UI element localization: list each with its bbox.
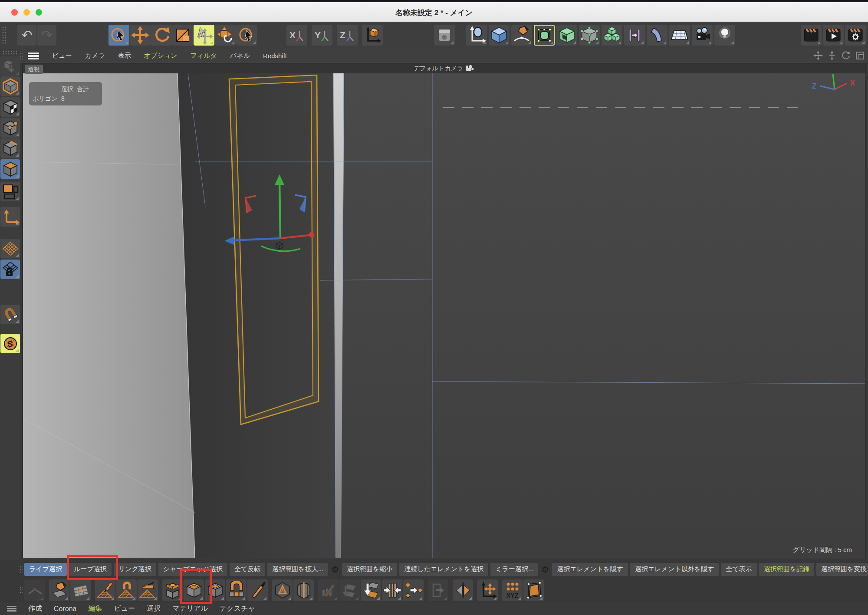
snap-enable-button[interactable] — [0, 305, 20, 324]
y-axis-lock[interactable]: Y — [312, 25, 332, 46]
matrix-extrude-tool[interactable] — [205, 579, 225, 601]
enable-axis-button[interactable] — [0, 207, 20, 227]
menu-select[interactable]: 選択 — [147, 604, 161, 613]
menu-texture[interactable]: テクスチャ — [220, 604, 255, 613]
toolbar-grip[interactable] — [2, 26, 7, 45]
grow-selection-button[interactable]: 選択範囲を拡大... — [267, 563, 328, 576]
rotate-view-icon[interactable] — [841, 51, 851, 60]
undo-button[interactable]: ↶ — [17, 25, 36, 46]
edge-mode-button[interactable] — [0, 138, 20, 158]
menu-options[interactable]: オプション — [144, 52, 178, 60]
tweak-tool-active[interactable] — [194, 25, 214, 46]
menu-create[interactable]: 作成 — [28, 604, 42, 613]
spline-pen-button[interactable] — [511, 25, 532, 46]
edge-cut-tool[interactable] — [293, 579, 314, 601]
coordinate-system-tool[interactable] — [362, 25, 383, 46]
move-tool[interactable] — [130, 25, 151, 46]
render-view-button[interactable] — [434, 25, 455, 46]
poke-polygon-tool[interactable] — [272, 579, 293, 601]
brush-tool[interactable] — [95, 579, 115, 601]
create-point-tool[interactable] — [24, 579, 45, 601]
z-axis-lock[interactable]: Z — [337, 25, 358, 46]
render-to-picture-viewer-button[interactable] — [801, 25, 822, 46]
simulation-tool[interactable] — [215, 25, 236, 46]
iron-tool[interactable] — [138, 579, 158, 601]
pan-view-icon[interactable] — [813, 51, 823, 60]
stitch-and-sew-tool[interactable] — [382, 579, 402, 601]
gear-icon[interactable]: ⚙ — [331, 564, 339, 575]
menu-redshift[interactable]: Redshift — [263, 52, 287, 59]
light-button[interactable] — [714, 25, 735, 46]
subdivision-surface-button[interactable] — [534, 25, 555, 46]
plane-cut-tool[interactable] — [339, 579, 360, 601]
magnet-tool[interactable] — [116, 579, 137, 601]
unhide-all-button[interactable]: 全て表示 — [721, 563, 756, 576]
viewport[interactable]: Y X Z デフォルトカメラ 透視 選択合計 ポリゴン8 グリッド間隔 : 5 … — [23, 63, 865, 558]
knife-tool[interactable] — [247, 579, 268, 601]
menu-panel[interactable]: パネル — [230, 52, 250, 60]
ring-selection-button[interactable]: リング選択 — [114, 563, 156, 576]
set-selection-button[interactable]: 選択範囲を記録 — [759, 563, 814, 576]
scale-tool[interactable] — [172, 25, 193, 46]
mirror-tool[interactable] — [453, 579, 473, 601]
array-clones-button[interactable] — [602, 25, 622, 46]
spline-primitives-button[interactable] — [466, 25, 487, 46]
live-selection-tool[interactable] — [108, 25, 129, 46]
camera-button[interactable] — [692, 25, 713, 46]
lock-workplane-button[interactable] — [0, 260, 20, 279]
camera-label-row[interactable]: デフォルトカメラ — [23, 65, 865, 72]
line-cut-tool[interactable] — [318, 579, 339, 601]
bridge-tool[interactable] — [226, 579, 247, 601]
texture-mode-button[interactable] — [0, 97, 20, 117]
workplane-mode-button[interactable] — [0, 239, 20, 258]
hide-selected-button[interactable]: 選択エレメントを隠す — [552, 563, 628, 576]
axis-transform-tool[interactable] — [477, 579, 498, 601]
make-editable-button[interactable] — [0, 56, 20, 76]
hide-unselected-button[interactable]: 選択エレメント以外を隠す — [630, 563, 719, 576]
shrink-selection-button[interactable]: 選択範囲を縮小 — [342, 563, 397, 576]
cube-primitives-button[interactable] — [489, 25, 510, 46]
quantize-enable-button[interactable]: S — [0, 334, 20, 353]
rotate-tool[interactable] — [151, 25, 172, 46]
x-axis-lock[interactable]: X — [286, 25, 307, 46]
floor-environment-button[interactable] — [669, 25, 690, 46]
point-mode-button[interactable] — [0, 118, 20, 138]
deformers-button[interactable] — [647, 25, 667, 46]
mirror-selection-button[interactable]: ミラー選択... — [490, 563, 538, 576]
convert-selection-button[interactable]: 選択範囲を変換 — [816, 563, 868, 576]
sidebar-grip[interactable] — [2, 50, 18, 55]
quad-strip-tool[interactable] — [70, 579, 91, 601]
menu-view2[interactable]: ビュー — [114, 604, 135, 613]
live-selection-button[interactable]: ライブ選択 — [24, 563, 67, 576]
menu-edit[interactable]: 編集 — [88, 604, 102, 613]
bottom-menu-burger-icon[interactable] — [7, 606, 16, 612]
set-point-value-tool[interactable]: XYZ — [502, 579, 523, 601]
edit-render-settings-button[interactable] — [845, 25, 866, 46]
menu-material[interactable]: マテリアル — [172, 604, 208, 613]
texture-axis-mode-button[interactable] — [0, 182, 20, 201]
gizmo-x-handle[interactable] — [309, 232, 315, 238]
select-connected-button[interactable]: 連続したエレメントを選択 — [399, 563, 488, 576]
menu-corona[interactable]: Corona — [54, 605, 76, 613]
view-type-tab[interactable]: 透視 — [25, 65, 43, 74]
menu-filter[interactable]: フィルタ — [191, 52, 217, 60]
redo-button[interactable]: ↷ — [37, 25, 56, 46]
menu-camera[interactable]: カメラ — [85, 52, 105, 60]
generators-button[interactable] — [556, 25, 577, 46]
selbar-grip[interactable] — [19, 566, 23, 572]
render-active-view-button[interactable] — [823, 25, 844, 46]
symmetry-button[interactable] — [624, 25, 645, 46]
invert-all-button[interactable]: 全て反転 — [230, 563, 265, 576]
viewport-canvas[interactable]: Y X Z — [23, 63, 865, 558]
loop-selection-button[interactable]: ループ選択 — [69, 563, 112, 576]
cage-deform-tool[interactable] — [523, 579, 544, 601]
polygon-pen-tool[interactable] — [49, 579, 69, 601]
menu-view[interactable]: ビュー — [52, 52, 72, 60]
dolly-view-icon[interactable] — [827, 51, 837, 60]
collapse-tool[interactable] — [428, 579, 448, 601]
extrude-inner-tool[interactable] — [184, 579, 204, 601]
gear-icon[interactable]: ⚙ — [541, 564, 549, 575]
selection-ring-tool[interactable] — [236, 25, 257, 46]
extrude-tool[interactable] — [162, 579, 183, 601]
weld-tool[interactable] — [403, 579, 424, 601]
